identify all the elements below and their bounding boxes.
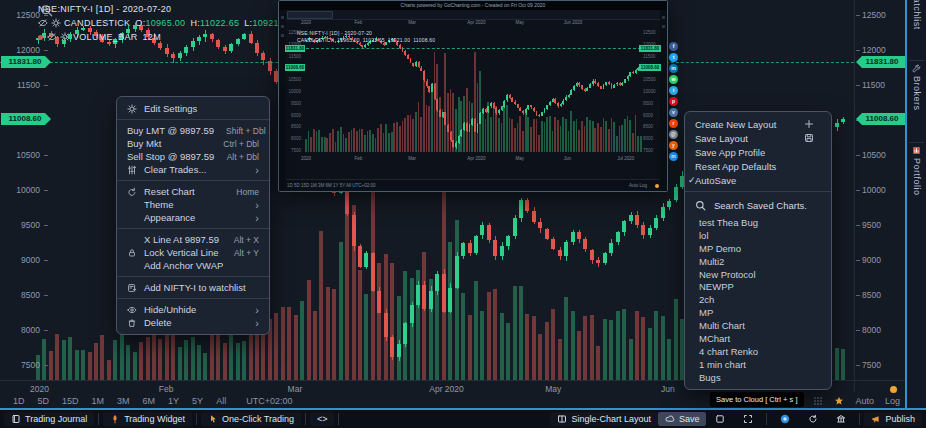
refresh-button[interactable] bbox=[799, 412, 827, 426]
popup-date-label: 2020 bbox=[301, 20, 311, 25]
menu-item-buy-lmt-9897-59[interactable]: Buy LMT @ 9897.59Shift + Dbl bbox=[117, 124, 269, 137]
menu-item-buy-mkt[interactable]: Buy MktCtrl + Dbl bbox=[117, 137, 269, 150]
candle bbox=[487, 225, 491, 241]
checkbox-button[interactable] bbox=[706, 412, 734, 426]
auto-scale-button[interactable]: Auto bbox=[855, 396, 874, 406]
menu-item-save-layout[interactable]: Save Layout bbox=[685, 131, 831, 145]
tab-brokers[interactable]: Brokers bbox=[907, 64, 926, 136]
candle bbox=[514, 102, 516, 104]
notification-dot[interactable] bbox=[890, 386, 897, 393]
popup-scale-labels: Auto Log bbox=[629, 183, 647, 188]
one-click-trading-button[interactable]: One-Click Trading bbox=[201, 412, 301, 426]
saved-chart-mchart[interactable]: MChart bbox=[685, 332, 831, 345]
menu-item-delete[interactable]: Delete› bbox=[117, 316, 269, 329]
-button[interactable]: <> bbox=[310, 412, 335, 426]
share-email-icon[interactable]: @ bbox=[669, 130, 678, 139]
saved-chart-lol[interactable]: lol bbox=[685, 229, 831, 242]
range-button-3m[interactable]: 3M bbox=[117, 396, 130, 406]
volume-bar bbox=[603, 319, 607, 381]
saved-chart-multi-chart[interactable]: Multi Chart bbox=[685, 319, 831, 332]
saved-chart-test-thea-bug[interactable]: test Thea Bug bbox=[685, 216, 831, 229]
trading-journal-button[interactable]: Trading Journal bbox=[4, 412, 94, 426]
menu-item-clear-trades[interactable]: Clear Trades...› bbox=[117, 163, 269, 176]
menu-item-label: Clear Trades... bbox=[144, 164, 243, 175]
tab-portfolio[interactable]: Portfolio bbox=[907, 146, 926, 234]
menu-item-sell-stop-9897-59[interactable]: Sell Stop @ 9897.59Alt + Dbl bbox=[117, 150, 269, 163]
popup-study: CANDLESTICK bbox=[297, 37, 334, 43]
candle bbox=[609, 243, 613, 253]
save-button[interactable]: Save bbox=[658, 412, 707, 426]
grid-settings-icon[interactable] bbox=[813, 396, 823, 406]
candle bbox=[635, 215, 639, 225]
menu-item-appearance[interactable]: Appearance› bbox=[117, 211, 269, 224]
share-linkedin-icon[interactable]: in bbox=[669, 64, 678, 73]
menu-item-reset-app-defaults[interactable]: Reset App Defaults bbox=[685, 159, 831, 173]
log-scale-button[interactable]: Log bbox=[885, 396, 900, 406]
saved-chart-mp[interactable]: MP bbox=[685, 306, 831, 319]
share-twitter-icon[interactable]: t bbox=[669, 53, 678, 62]
menu-item-edit-settings[interactable]: Edit Settings bbox=[117, 102, 269, 115]
menu-item-x-line-at-9897-59[interactable]: X Line At 9897.59Alt + X bbox=[117, 233, 269, 246]
saved-charts-search[interactable]: Search Saved Charts. bbox=[685, 196, 831, 214]
popup-alert-tag-left: 11831.80 bbox=[285, 45, 305, 52]
tick-mark bbox=[44, 365, 48, 366]
share-messenger-icon[interactable]: m bbox=[669, 152, 678, 161]
timezone-button[interactable]: UTC+02:00 bbox=[246, 396, 292, 406]
candle bbox=[442, 274, 446, 312]
saved-chart-bugs[interactable]: Bugs bbox=[685, 371, 831, 384]
publish-button[interactable]: Publish bbox=[864, 412, 922, 426]
range-button-5y[interactable]: 5Y bbox=[192, 396, 203, 406]
menu-item-add-anchor-vwap[interactable]: Add Anchor VWAP bbox=[117, 259, 269, 272]
toolbar-separator bbox=[338, 413, 339, 425]
share-telegram-icon[interactable]: t bbox=[669, 86, 678, 95]
single-chart-layout-button[interactable]: Single-Chart Layout bbox=[550, 412, 658, 426]
menu-item-theme[interactable]: Theme› bbox=[117, 198, 269, 211]
popup-tab[interactable] bbox=[287, 11, 333, 19]
hide-study-icon[interactable] bbox=[38, 18, 48, 28]
candle bbox=[410, 305, 414, 323]
menu-item-autosave[interactable]: ✓AutoSave bbox=[685, 173, 831, 187]
range-button-5d[interactable]: 5D bbox=[38, 396, 50, 406]
trading-widget-button[interactable]: Trading Widget bbox=[103, 412, 192, 426]
saved-chart-new-protocol[interactable]: New Protocol bbox=[685, 268, 831, 281]
tab-divider bbox=[909, 60, 924, 61]
volume-bar bbox=[361, 129, 363, 152]
candle bbox=[616, 83, 618, 85]
favorite-star-icon[interactable] bbox=[834, 396, 844, 406]
share-reddit-icon[interactable]: r bbox=[669, 119, 678, 128]
candle bbox=[667, 201, 671, 208]
range-button-6m[interactable]: 6M bbox=[143, 396, 156, 406]
menu-item-save-app-profile[interactable]: Save App Profile bbox=[685, 145, 831, 159]
range-button-1d[interactable]: 1D bbox=[13, 396, 25, 406]
menu-item-reset-chart[interactable]: Reset ChartHome bbox=[117, 185, 269, 198]
range-button-15d[interactable]: 15D bbox=[62, 396, 79, 406]
study-settings-icon[interactable] bbox=[51, 18, 61, 28]
menu-item-lock-vertical-line[interactable]: Lock Vertical LineAlt + Y bbox=[117, 246, 269, 259]
bank-button[interactable] bbox=[827, 412, 855, 426]
menu-item-label: Save App Profile bbox=[695, 147, 821, 158]
expand-button[interactable] bbox=[734, 412, 762, 426]
menu-item-hide-unhide[interactable]: Hide/Unhide› bbox=[117, 303, 269, 316]
saved-chart-4-chart-renko[interactable]: 4 chart Renko bbox=[685, 345, 831, 358]
volume-settings-icon[interactable] bbox=[60, 32, 70, 42]
hide-volume-icon[interactable] bbox=[47, 32, 57, 42]
range-button-1m[interactable]: 1M bbox=[92, 396, 105, 406]
saved-chart-newpp[interactable]: NEWPP bbox=[685, 280, 831, 293]
saved-chart-1-min-chart[interactable]: 1 min chart bbox=[685, 358, 831, 371]
menu-item-create-new-layout[interactable]: Create New Layout bbox=[685, 117, 831, 131]
menu-item-add-nifty-i-to-watchlist[interactable]: Add NIFTY-I to watchlist bbox=[117, 281, 269, 294]
share-pinterest-icon[interactable]: p bbox=[669, 97, 678, 106]
reset-icon bbox=[127, 187, 137, 197]
share-hackernews-icon[interactable]: y bbox=[669, 141, 678, 150]
range-button-1y[interactable]: 1Y bbox=[168, 396, 179, 406]
saved-chart-2ch[interactable]: 2ch bbox=[685, 293, 831, 306]
share-vk-icon[interactable]: v bbox=[669, 108, 678, 117]
saved-chart-multi2[interactable]: Multi2 bbox=[685, 255, 831, 268]
camera-button[interactable] bbox=[771, 412, 799, 426]
share-whatsapp-icon[interactable]: w bbox=[669, 75, 678, 84]
tab-watchlist[interactable]: Watchlist bbox=[907, 0, 926, 44]
candle bbox=[600, 86, 602, 88]
share-facebook-icon[interactable]: f bbox=[669, 42, 678, 51]
range-button-all[interactable]: All bbox=[216, 396, 226, 406]
saved-chart-mp-demo[interactable]: MP Demo bbox=[685, 242, 831, 255]
